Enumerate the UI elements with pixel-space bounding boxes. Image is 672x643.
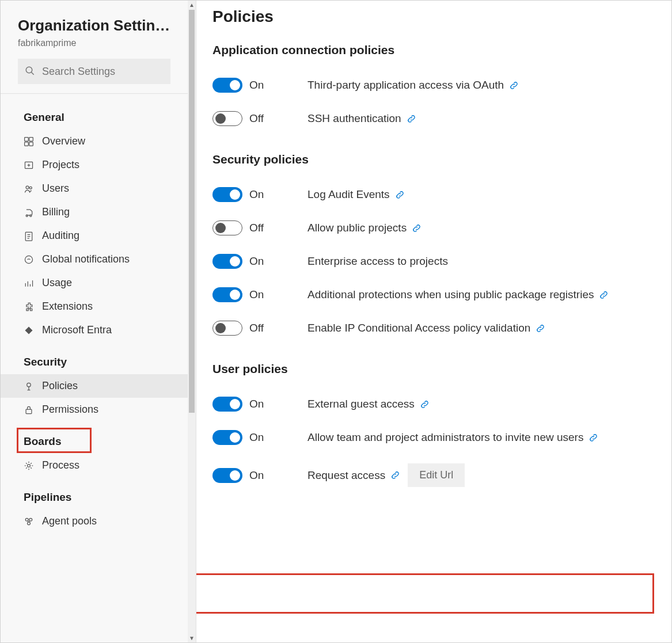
link-icon[interactable] — [589, 433, 598, 442]
toggle-state-label: On — [249, 398, 264, 410]
toggle[interactable] — [212, 287, 242, 302]
sidebar-item-usage[interactable]: Usage — [1, 271, 188, 295]
sidebar-item-global-notifications[interactable]: Global notifications — [1, 248, 188, 271]
sidebar-item-auditing[interactable]: Auditing — [1, 224, 188, 248]
policy-row: OffAllow public projects — [212, 211, 660, 245]
policy-label: SSH authentication — [307, 112, 401, 125]
search-icon — [25, 66, 35, 78]
policy-label: Third-party application access via OAuth — [307, 79, 504, 92]
policy-label: Allow public projects — [307, 222, 407, 234]
scrollbar-thumb[interactable] — [189, 10, 195, 413]
policy-label: External guest access — [307, 398, 415, 410]
sidebar-item-extensions[interactable]: Extensions — [1, 295, 188, 318]
svg-point-0 — [26, 67, 32, 73]
policy-row: OffEnable IP Conditional Access policy v… — [212, 311, 660, 345]
billing-icon — [24, 207, 34, 218]
sidebar-item-label: Global notifications — [42, 253, 130, 265]
toggle[interactable] — [212, 430, 242, 445]
auditing-icon — [24, 231, 34, 241]
main-content: Policies Application connection policies… — [196, 1, 671, 642]
section-title: Application connection policies — [212, 43, 660, 57]
sidebar-item-billing[interactable]: Billing — [1, 200, 188, 224]
toggle[interactable] — [212, 468, 242, 483]
entra-icon — [24, 325, 34, 336]
sidebar-item-users[interactable]: Users — [1, 177, 188, 200]
edit-url-button[interactable]: Edit Url — [408, 463, 465, 487]
sidebar-item-label: Projects — [42, 159, 79, 171]
policy-row: OnExternal guest access — [212, 387, 660, 421]
sidebar-item-permissions[interactable]: Permissions — [1, 398, 188, 421]
toggle[interactable] — [212, 397, 242, 412]
toggle[interactable] — [212, 254, 242, 269]
sidebar-item-overview[interactable]: Overview — [1, 130, 188, 153]
toggle[interactable] — [212, 111, 242, 126]
sidebar-item-label: Billing — [42, 206, 70, 218]
sidebar-item-label: Auditing — [42, 230, 79, 242]
page-title: Policies — [212, 7, 660, 26]
sidebar-item-label: Usage — [42, 277, 72, 289]
toggle-state-label: On — [249, 188, 264, 201]
link-icon[interactable] — [510, 81, 518, 90]
nav-group-title: Security — [1, 342, 188, 374]
section-title: Security policies — [212, 153, 660, 166]
sidebar-org-name: fabrikamprime — [18, 38, 170, 48]
sidebar-scrollbar[interactable]: ▲ ▼ — [188, 1, 196, 642]
sidebar-item-policies[interactable]: Policies — [1, 374, 188, 398]
section-title: User policies — [212, 362, 660, 376]
toggle[interactable] — [212, 78, 242, 93]
sidebar-item-process[interactable]: Process — [1, 454, 188, 477]
nav-group-title: Pipelines — [1, 477, 188, 509]
policy-row: OnAdditional protections when using publ… — [212, 278, 660, 311]
sidebar-item-label: Overview — [42, 135, 85, 147]
sidebar-item-label: Users — [42, 182, 69, 195]
scroll-up-icon[interactable]: ▲ — [189, 2, 195, 8]
toggle-state-label: Off — [249, 112, 264, 125]
link-icon[interactable] — [420, 400, 429, 409]
policy-label: Allow team and project administrators to… — [307, 431, 583, 444]
toggle[interactable] — [212, 220, 242, 235]
toggle[interactable] — [212, 321, 242, 336]
toggle-state-label: On — [249, 288, 264, 301]
link-icon[interactable] — [391, 471, 400, 480]
policy-label: Request access — [307, 469, 385, 482]
link-icon[interactable] — [407, 115, 416, 123]
policy-label: Enterprise access to projects — [307, 255, 448, 268]
toggle-state-label: Off — [249, 222, 264, 234]
extensions-icon — [24, 302, 34, 312]
link-icon[interactable] — [412, 224, 421, 233]
search-box[interactable] — [18, 59, 170, 84]
usage-icon — [24, 278, 34, 288]
link-icon[interactable] — [396, 191, 404, 199]
toggle[interactable] — [212, 187, 242, 202]
link-icon[interactable] — [536, 324, 545, 333]
link-icon[interactable] — [599, 291, 608, 299]
policy-row: OnEnterprise access to projects — [212, 245, 660, 278]
agentpools-icon — [24, 516, 34, 527]
process-icon — [24, 461, 34, 471]
toggle-state-label: On — [249, 469, 264, 482]
sidebar-title: Organization Settin… — [18, 17, 170, 35]
nav-group-title: General — [1, 97, 188, 130]
policy-row: OnThird-party application access via OAu… — [212, 69, 660, 102]
toggle-state-label: On — [249, 255, 264, 268]
policy-row: OnAllow team and project administrators … — [212, 421, 660, 454]
sidebar-item-label: Microsoft Entra — [42, 324, 112, 336]
permissions-icon — [24, 405, 34, 415]
policy-label: Enable IP Conditional Access policy vali… — [307, 322, 530, 334]
svg-line-1 — [31, 72, 34, 75]
notifications-icon — [24, 254, 34, 265]
sidebar-item-label: Agent pools — [42, 515, 97, 527]
toggle-state-label: On — [249, 79, 264, 92]
sidebar-item-microsoft-entra[interactable]: Microsoft Entra — [1, 318, 188, 342]
sidebar-item-projects[interactable]: Projects — [1, 153, 188, 177]
nav-group-title: Boards — [1, 421, 188, 454]
search-input[interactable] — [41, 65, 164, 78]
projects-icon — [24, 160, 34, 170]
toggle-state-label: On — [249, 431, 264, 444]
policy-row: OnRequest accessEdit Url — [212, 454, 660, 496]
scroll-down-icon[interactable]: ▼ — [189, 635, 195, 641]
divider — [1, 93, 188, 94]
sidebar-item-agent-pools[interactable]: Agent pools — [1, 509, 188, 533]
policy-row: OnLog Audit Events — [212, 178, 660, 211]
sidebar-item-label: Policies — [42, 380, 78, 392]
